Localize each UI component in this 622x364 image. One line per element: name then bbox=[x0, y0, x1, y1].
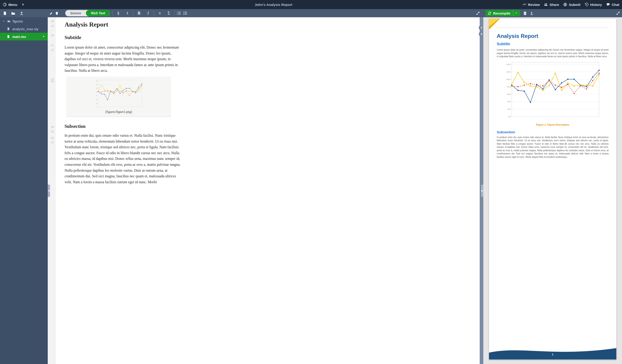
richtext-tab[interactable]: Rich Text bbox=[86, 10, 110, 16]
review-label: Review bbox=[528, 3, 540, 7]
svg-rect-38 bbox=[101, 93, 102, 94]
svg-rect-120 bbox=[548, 80, 550, 81]
file-sty[interactable]: analysis_orax.sty bbox=[0, 25, 48, 33]
doc-paragraph[interactable]: Lorem ipsum dolor sit amet, consectetur … bbox=[65, 44, 183, 73]
share-button[interactable]: Share bbox=[544, 2, 559, 7]
file-main[interactable]: main.tex bbox=[0, 33, 48, 40]
svg-rect-74 bbox=[120, 85, 120, 86]
expand-editor-icon[interactable] bbox=[476, 12, 480, 15]
numbered-list-icon[interactable]: 123 bbox=[177, 11, 181, 15]
recompile-dropdown[interactable] bbox=[513, 10, 517, 16]
svg-rect-117 bbox=[530, 83, 531, 84]
chat-button[interactable]: Chat bbox=[606, 2, 619, 7]
svg-text:120.0: 120.0 bbox=[96, 84, 98, 85]
pdf-paragraph: In pretium enim dui, quis ornare odio va… bbox=[497, 136, 609, 159]
svg-rect-131 bbox=[524, 82, 525, 83]
pdf-preview[interactable]: Analysis Report Subtitle Lorem ipsum dol… bbox=[483, 17, 622, 364]
svg-rect-141 bbox=[586, 85, 587, 86]
menu-label: Menu bbox=[8, 3, 17, 7]
svg-rect-111 bbox=[586, 86, 587, 87]
svg-text:140.0: 140.0 bbox=[96, 80, 98, 82]
svg-rect-18 bbox=[524, 13, 525, 13]
review-button[interactable]: Ab Review bbox=[523, 2, 540, 7]
svg-rect-64 bbox=[135, 93, 136, 93]
upload-icon[interactable] bbox=[20, 11, 23, 15]
svg-rect-62 bbox=[129, 95, 130, 96]
refresh-icon bbox=[488, 12, 491, 15]
svg-text:Ab: Ab bbox=[523, 3, 525, 5]
new-folder-icon[interactable] bbox=[11, 12, 15, 15]
source-tab[interactable]: Source bbox=[65, 10, 86, 16]
svg-rect-71 bbox=[111, 92, 111, 92]
pi-button[interactable]: π bbox=[156, 11, 163, 15]
chevron-down-icon[interactable] bbox=[42, 35, 45, 38]
subsection-button[interactable]: § bbox=[124, 11, 131, 15]
svg-rect-47 bbox=[129, 88, 130, 89]
svg-rect-78 bbox=[132, 91, 133, 91]
section-button[interactable]: § bbox=[115, 11, 122, 16]
bullet-list-icon[interactable] bbox=[183, 11, 187, 15]
doc-subsection[interactable]: Subsection bbox=[65, 124, 471, 129]
svg-rect-7 bbox=[178, 14, 181, 15]
svg-rect-100 bbox=[517, 90, 519, 91]
svg-rect-121 bbox=[555, 85, 556, 86]
svg-point-12 bbox=[183, 13, 184, 14]
new-file-icon[interactable] bbox=[3, 11, 7, 15]
recompile-button[interactable]: Recompile bbox=[486, 10, 520, 16]
svg-rect-134 bbox=[543, 90, 544, 91]
expand-preview-icon[interactable] bbox=[616, 12, 620, 15]
file-sty-label: analysis_orax.sty bbox=[12, 27, 39, 31]
pdf-paragraph: Lorem ipsum dolor sit amet, consectetur … bbox=[497, 48, 609, 58]
svg-rect-75 bbox=[123, 93, 123, 94]
svg-rect-112 bbox=[592, 76, 593, 77]
pdf-title: Analysis Report bbox=[497, 33, 609, 39]
svg-text:140.0: 140.0 bbox=[506, 63, 511, 65]
doc-subtitle[interactable]: Subtitle bbox=[65, 35, 471, 40]
file-icon bbox=[7, 35, 10, 38]
svg-rect-66 bbox=[142, 85, 142, 86]
svg-rect-132 bbox=[530, 85, 531, 86]
file-icon bbox=[7, 27, 10, 30]
figure-block[interactable]: 0.020.040.060.080.0100.0120.0140.0 [figu… bbox=[66, 77, 171, 117]
splitter[interactable]: ▶ bbox=[480, 17, 483, 364]
svg-rect-5 bbox=[178, 12, 181, 12]
svg-rect-50 bbox=[138, 87, 139, 88]
topbar: Menu John's Analysis Report Ab Review Sh… bbox=[0, 0, 622, 9]
svg-point-11 bbox=[183, 12, 184, 12]
sigma-button[interactable]: Σ bbox=[165, 11, 172, 16]
svg-rect-79 bbox=[135, 91, 136, 92]
submit-button[interactable]: Submit bbox=[563, 2, 580, 7]
svg-rect-116 bbox=[524, 85, 525, 86]
folder-figures[interactable]: figures bbox=[0, 17, 48, 25]
doc-paragraph[interactable]: In pretium enim dui, quis ornare odio va… bbox=[65, 133, 183, 185]
svg-rect-80 bbox=[138, 91, 139, 92]
document-body[interactable]: Analysis Report Subtitle Lorem ipsum dol… bbox=[56, 17, 480, 364]
svg-rect-81 bbox=[142, 86, 142, 87]
svg-point-0 bbox=[3, 3, 6, 6]
chevron-right-icon bbox=[3, 20, 5, 22]
trash-icon[interactable] bbox=[55, 11, 58, 15]
svg-rect-126 bbox=[586, 88, 587, 90]
logs-icon[interactable] bbox=[523, 11, 527, 15]
doc-title[interactable]: Analysis Report bbox=[65, 21, 471, 28]
project-title: John's Analysis Report bbox=[24, 3, 523, 7]
history-button[interactable]: History bbox=[584, 2, 602, 7]
svg-rect-56 bbox=[111, 91, 111, 92]
italic-button[interactable]: I bbox=[145, 11, 151, 16]
svg-rect-49 bbox=[135, 92, 136, 92]
people-icon bbox=[544, 2, 548, 7]
collapse-right[interactable]: ▶ bbox=[481, 185, 483, 197]
bold-button[interactable]: B bbox=[136, 11, 142, 16]
svg-point-3 bbox=[546, 3, 547, 4]
editor[interactable]: ◀ 18 19 20 21 22 23 24 30 31 32 33 Analy… bbox=[48, 17, 480, 364]
download-icon[interactable] bbox=[530, 11, 533, 15]
edit-icon[interactable] bbox=[50, 12, 53, 15]
up-arrow-icon[interactable] bbox=[21, 3, 24, 6]
chat-icon bbox=[606, 2, 610, 7]
svg-text:80.0: 80.0 bbox=[507, 86, 511, 88]
svg-text:0.0: 0.0 bbox=[97, 106, 98, 108]
svg-rect-124 bbox=[574, 93, 575, 94]
pdf-page: Analysis Report Subtitle Lorem ipsum dol… bbox=[489, 19, 616, 360]
collapse-left[interactable]: ◀ bbox=[48, 185, 50, 197]
menu-button[interactable]: Menu bbox=[3, 2, 17, 7]
